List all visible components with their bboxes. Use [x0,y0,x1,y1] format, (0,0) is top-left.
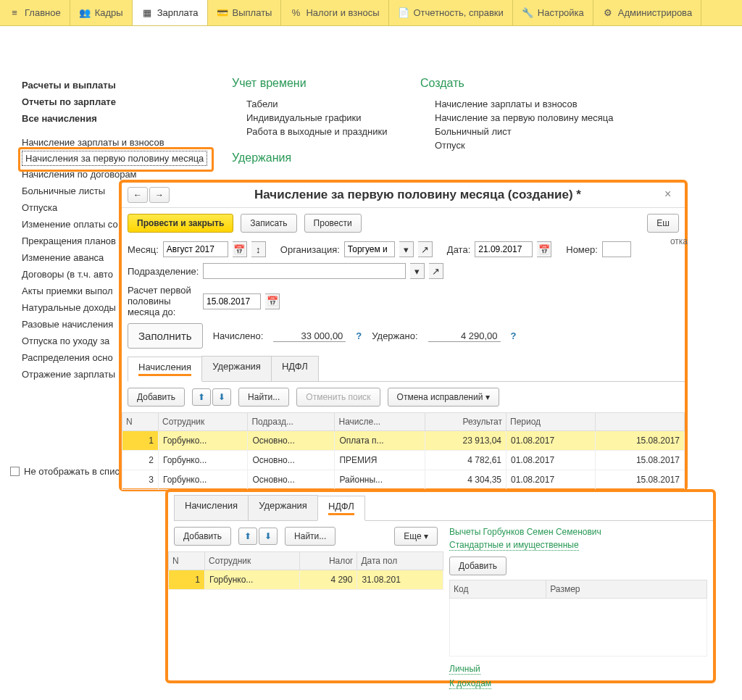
checkbox-label: Не отображать в списк [24,466,124,477]
table-row[interactable]: 1 Горбунко... Основно... Оплата п... 23 … [122,431,685,451]
move-down-button-2[interactable]: ⬇ [259,528,278,545]
move-up-button[interactable]: ⬆ [192,388,211,406]
nav-create-vacation[interactable]: Отпуск [420,138,681,152]
dropdown-icon[interactable]: ▾ [399,241,414,257]
col-tax[interactable]: Налог [299,552,357,570]
close-button[interactable]: × [664,188,679,202]
tab-ndfl-2[interactable]: НДФЛ [317,496,365,521]
table-row[interactable]: 2 Горбунко... Основно... ПРЕМИЯ 4 782,61… [122,451,685,470]
nav-tab-taxes[interactable]: %Налоги и взносы [281,0,388,25]
table-row[interactable]: 3 Горбунко... Основно... Районны... 4 30… [122,470,685,490]
org-label: Организация: [280,244,340,255]
nav-create-sick-leave[interactable]: Больничный лист [420,125,681,138]
col-n[interactable]: N [122,413,159,431]
col-result[interactable]: Результат [425,413,507,431]
fill-button[interactable]: Заполнить [128,323,203,349]
col-employee[interactable]: Сотрудник [159,413,248,431]
calendar-icon[interactable]: 📅 [537,241,551,257]
find-button-2[interactable]: Найти... [285,527,335,546]
dropdown-icon[interactable]: ▾ [410,263,425,279]
document-icon: 📄 [398,7,409,19]
dialog-first-half-accrual: ← → Начисление за первую половину месяца… [119,180,688,491]
personal-link[interactable]: Личный [449,664,480,675]
col-pay-date[interactable]: Дата пол [357,552,443,570]
withheld-value: 4 290,00 [428,330,501,342]
nav-all-accruals[interactable]: Все начисления [22,110,232,127]
section-time-tracking: Учет времени [232,77,420,90]
col-code[interactable]: Код [450,580,546,599]
table-row[interactable]: 1 Горбунко... 4 290 31.08.201 [169,570,443,590]
calc-until-input[interactable] [203,293,261,309]
nav-tab-main[interactable]: ≡Главное [0,0,70,25]
nav-reports-salary[interactable]: Отчеты по зарплате [22,93,232,110]
cancel-corrections-button[interactable]: Отмена исправлений ▾ [388,388,499,407]
to-income-link[interactable]: К доходам [449,678,491,689]
help-icon[interactable]: ? [511,330,517,341]
calc-until-label: Расчет первой половины месяца до: [128,285,199,317]
open-icon[interactable]: ↗ [418,241,433,257]
help-icon[interactable]: ? [356,330,362,341]
col-size[interactable]: Размер [546,580,707,599]
nav-item[interactable]: Начисление зарплаты и взносов [22,134,232,151]
truncated-text: отка [670,236,688,246]
col-period[interactable]: Период [507,413,596,431]
standard-deductions-link[interactable]: Стандартные и имущественные [449,540,579,551]
nav-tab-admin[interactable]: ⚙Администрирова [593,0,701,25]
org-input[interactable] [344,241,395,257]
nav-create-salary[interactable]: Начисление зарплаты и взносов [420,97,681,111]
col-end[interactable] [595,413,684,431]
spinner-icon[interactable]: ↕ [251,241,266,257]
dept-input[interactable] [203,263,406,279]
percent-icon: % [290,7,301,19]
tab-accruals-2[interactable]: Начисления [174,495,249,520]
move-up-button-2[interactable]: ⬆ [238,528,257,545]
gear-icon: ⚙ [602,7,614,19]
add-button[interactable]: Добавить [128,388,185,407]
tab-ndfl[interactable]: НДФЛ [271,356,319,381]
col-dept[interactable]: Подразд... [248,413,335,431]
nav-calc-pay[interactable]: Расчеты и выплаты [22,77,232,93]
add-button-2[interactable]: Добавить [174,527,231,546]
more-button-2[interactable]: Еще ▾ [394,527,438,546]
nav-timesheets[interactable]: Табели [232,97,420,111]
move-down-button[interactable]: ⬇ [212,388,231,406]
post-button[interactable]: Провести [304,214,362,233]
ndfl-table: N Сотрудник Налог Дата пол 1 Горбунко...… [168,551,443,590]
nav-tab-settings[interactable]: 🔧Настройка [513,0,593,25]
save-button[interactable]: Записать [241,214,296,233]
nav-tab-salary[interactable]: ▦Зарплата [133,0,208,25]
tab-deductions-2[interactable]: Удержания [248,495,318,520]
col-accrual[interactable]: Начисле... [335,413,425,431]
month-label: Месяц: [128,244,159,255]
checkbox-icon[interactable] [10,467,20,476]
nav-create-first-half[interactable]: Начисление за первую половину месяца [420,111,681,125]
wrench-icon: 🔧 [522,7,533,19]
more-button[interactable]: Еш [647,214,679,233]
col-n-2[interactable]: N [169,552,205,570]
open-icon[interactable]: ↗ [429,263,443,279]
nav-item-first-half[interactable]: Начисления за первую половину месяца [22,151,207,166]
post-and-close-button[interactable]: Провести и закрыть [128,214,233,233]
nav-back-button[interactable]: ← [128,187,148,203]
calendar-icon[interactable]: 📅 [233,241,247,257]
hide-in-list-checkbox[interactable]: Не отображать в списк [10,466,124,477]
nav-forward-button[interactable]: → [149,187,170,203]
section-deductions: Удержания [232,151,420,164]
cancel-search-button[interactable]: Отменить поиск [296,388,380,407]
nav-tab-payments[interactable]: 💳Выплаты [208,0,282,25]
col-employee-2[interactable]: Сотрудник [205,552,300,570]
nav-tab-reports[interactable]: 📄Отчетность, справки [389,0,513,25]
top-nav: ≡Главное 👥Кадры ▦Зарплата 💳Выплаты %Нало… [0,0,742,26]
date-input[interactable] [475,241,533,257]
calendar-icon[interactable]: 📅 [265,293,280,309]
nav-individual-schedules[interactable]: Индивидуальные графики [232,111,420,125]
add-deduction-button[interactable]: Добавить [449,557,507,575]
tab-deductions[interactable]: Удержания [201,356,272,381]
tab-accruals[interactable]: Начисления [128,357,202,382]
month-input[interactable] [163,241,228,257]
empty-cell [450,599,707,657]
nav-tab-hr[interactable]: 👥Кадры [70,0,133,25]
find-button[interactable]: Найти... [238,388,289,407]
number-input[interactable] [602,241,631,257]
nav-holiday-work[interactable]: Работа в выходные и праздники [232,125,420,138]
